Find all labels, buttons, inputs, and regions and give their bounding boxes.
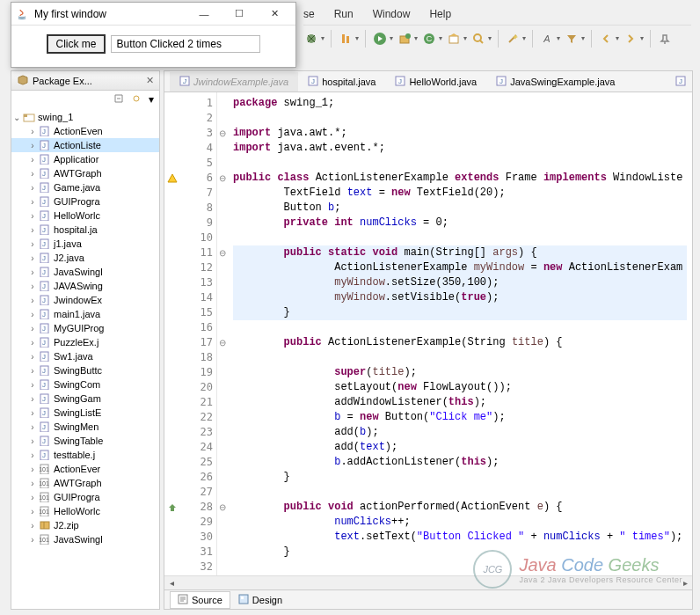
close-icon[interactable]: ✕ (146, 75, 154, 86)
menu-truncated[interactable]: se (303, 8, 315, 20)
debug-icon[interactable] (303, 31, 319, 47)
tree-item[interactable]: › J PuzzleEx.j (11, 335, 159, 349)
tree-item[interactable]: › J Sw1.java (11, 349, 159, 363)
tab-design[interactable]: Design (230, 591, 290, 609)
tree-item[interactable]: › J JavaSwingl (11, 265, 159, 279)
tree-item[interactable]: › J SwingCom (11, 377, 159, 392)
tree-item[interactable]: › J Game.java (11, 180, 159, 194)
titlebar[interactable]: My first window — ☐ ✕ (11, 3, 295, 26)
horizontal-scrollbar[interactable]: ◂ ▸ (164, 575, 692, 589)
dropdown-icon[interactable]: ▾ (414, 34, 418, 42)
tree-item[interactable]: › J ActionEven (11, 124, 159, 138)
tree-item[interactable]: › J GUIProgra (11, 194, 159, 209)
menu-icon[interactable]: ▾ (149, 93, 154, 106)
expander-icon[interactable]: ⌄ (11, 113, 22, 122)
menu-run[interactable]: Run (334, 8, 354, 20)
menu-window[interactable]: Window (373, 8, 411, 20)
new-class-icon[interactable]: C (421, 31, 437, 47)
tree-item[interactable]: › J SwingButtc (11, 363, 159, 377)
tree-item[interactable]: › J hospital.ja (11, 223, 159, 237)
expander-icon[interactable]: › (27, 310, 38, 319)
coverage-icon[interactable] (338, 31, 354, 47)
close-button[interactable]: ✕ (257, 3, 292, 25)
expander-icon[interactable]: › (27, 521, 38, 531)
panel-header[interactable]: Package Ex... ✕ (11, 71, 159, 91)
expander-icon[interactable]: › (27, 183, 38, 193)
output-textfield[interactable] (111, 35, 260, 53)
dropdown-icon[interactable]: ▾ (321, 34, 324, 42)
expander-icon[interactable]: › (27, 225, 38, 235)
toggle-a-icon[interactable]: A (539, 31, 555, 47)
tree-item[interactable]: › J JwindowEx (11, 293, 159, 307)
tree-item[interactable]: › J SwingMen (11, 420, 159, 434)
expander-icon[interactable]: › (27, 479, 38, 488)
dropdown-icon[interactable]: ▾ (439, 34, 442, 42)
dropdown-icon[interactable]: ▾ (522, 34, 526, 42)
tree-item[interactable]: › 101 GUIProgra (11, 490, 159, 504)
menu-help[interactable]: Help (429, 8, 451, 20)
open-type-icon[interactable] (446, 31, 462, 47)
tab-hidden[interactable]: J JwindowExample.java (170, 72, 298, 92)
tree-item[interactable]: › J ActionListe (11, 138, 159, 152)
expander-icon[interactable]: › (27, 535, 38, 545)
link-icon[interactable] (131, 93, 142, 106)
minimize-button[interactable]: — (186, 3, 222, 25)
scroll-right-icon[interactable]: ▸ (678, 578, 692, 588)
dropdown-icon[interactable]: ▾ (390, 34, 393, 42)
expander-icon[interactable]: › (27, 380, 38, 390)
tree-item[interactable]: › J2.zip (11, 518, 159, 532)
expander-icon[interactable]: › (27, 366, 38, 376)
expander-icon[interactable]: › (27, 211, 38, 221)
search-icon[interactable] (470, 31, 486, 47)
dropdown-icon[interactable]: ▾ (557, 34, 560, 42)
dropdown-icon[interactable]: ▾ (463, 34, 467, 42)
tree-item[interactable]: › 101 ActionEver (11, 462, 159, 476)
collapse-icon[interactable] (113, 93, 124, 106)
expander-icon[interactable]: › (27, 394, 38, 404)
tree-item[interactable]: › J j1.java (11, 237, 159, 251)
tab-more[interactable]: J (669, 72, 692, 92)
forward-icon[interactable] (623, 31, 638, 47)
expander-icon[interactable]: › (27, 408, 38, 418)
back-icon[interactable] (598, 31, 614, 47)
expander-icon[interactable]: › (27, 197, 38, 207)
expander-icon[interactable]: › (27, 253, 38, 263)
editor-body[interactable]: 1234567891011121314151617181920212223242… (164, 92, 692, 609)
filter-icon[interactable] (564, 31, 580, 47)
run-icon[interactable] (372, 31, 388, 47)
tree-item[interactable]: › J JAVASwing (11, 279, 159, 293)
expander-icon[interactable]: › (27, 422, 38, 432)
tree-item[interactable]: › J AWTGraph (11, 166, 159, 180)
dropdown-icon[interactable]: ▾ (616, 34, 619, 42)
expander-icon[interactable]: › (27, 450, 38, 460)
expander-icon[interactable]: › (27, 267, 38, 277)
tree-item[interactable]: › J Applicatior (11, 152, 159, 166)
tree-root[interactable]: ⌄ swing_1 (11, 110, 159, 124)
expander-icon[interactable]: › (27, 282, 38, 291)
tab-helloworld[interactable]: J HelloWorld.java (385, 72, 486, 92)
tree-item[interactable]: › J SwingTable (11, 434, 159, 448)
tab-javaswing[interactable]: J JavaSwingExample.java (486, 72, 624, 92)
tree-item[interactable]: › 101 HelloWorlc (11, 504, 159, 518)
expander-icon[interactable]: › (27, 324, 38, 333)
dropdown-icon[interactable]: ▾ (355, 34, 359, 42)
tree-item[interactable]: › J SwingListE (11, 406, 159, 420)
expander-icon[interactable]: › (27, 239, 38, 249)
tree-item[interactable]: › 101 JavaSwingl (11, 532, 159, 546)
expander-icon[interactable]: › (27, 352, 38, 362)
tree-item[interactable]: › J MyGUIProg (11, 321, 159, 335)
expander-icon[interactable]: › (27, 493, 38, 502)
dropdown-icon[interactable]: ▾ (581, 34, 585, 42)
expander-icon[interactable]: › (27, 141, 38, 150)
expander-icon[interactable]: › (27, 507, 38, 516)
wand-icon[interactable] (505, 31, 521, 47)
click-me-button[interactable]: Click me (47, 34, 105, 54)
tree-item[interactable]: › J HelloWorlc (11, 209, 159, 223)
dropdown-icon[interactable]: ▾ (640, 34, 644, 42)
tree-item[interactable]: › J testtable.j (11, 448, 159, 462)
maximize-button[interactable]: ☐ (222, 3, 257, 25)
expander-icon[interactable]: › (27, 338, 38, 348)
expander-icon[interactable]: › (27, 127, 38, 136)
new-package-icon[interactable] (397, 31, 412, 47)
tree-item[interactable]: › 101 AWTGraph (11, 476, 159, 490)
